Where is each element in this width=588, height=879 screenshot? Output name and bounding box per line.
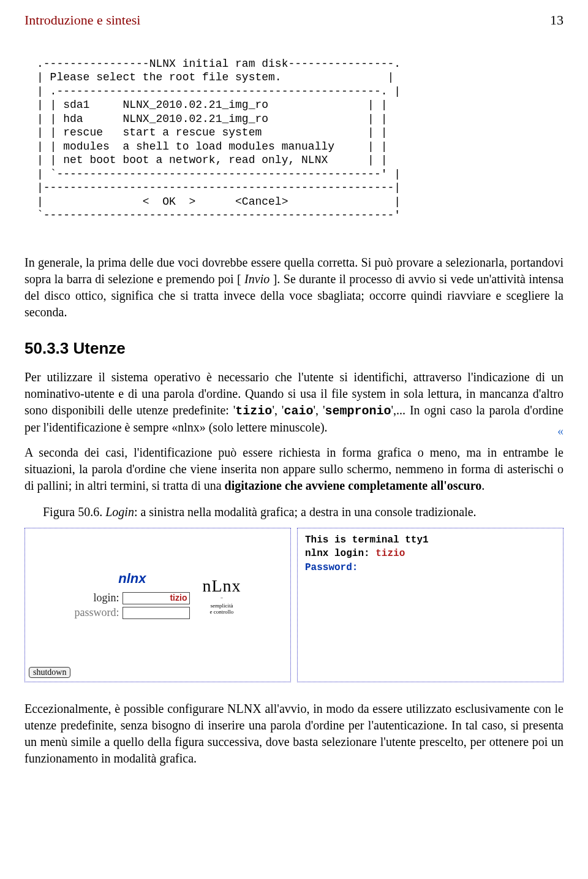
paragraph-3: A seconda dei casi, l'identificazione pu… (24, 444, 564, 494)
paragraph-1: In generale, la prima delle due voci dov… (24, 254, 564, 321)
login-figure-row: nlnx login: tizio password: nLnx ¨ (24, 528, 564, 682)
terminal-line: | | modules a shell to load modules manu… (37, 140, 388, 153)
chapter-title: Introduzione e sintesi (24, 12, 140, 28)
terminal-line: | | net boot boot a network, read only, … (37, 154, 388, 166)
margin-marker: « (557, 424, 564, 438)
login-center: nlnx login: tizio password: nLnx ¨ (25, 528, 290, 663)
nlnx-logo: nLnx ¨ semplicità e controllo (202, 576, 241, 615)
terminal-line: |---------------------------------------… (37, 181, 401, 194)
terminal-line: `---------------------------------------… (37, 209, 401, 221)
text: ', ' (272, 403, 284, 417)
text: ', ' (313, 403, 325, 417)
section-heading: 50.3.3 Utenze (24, 339, 564, 358)
console-line: This is terminal tty1 (305, 533, 556, 547)
terminal-line: | .-------------------------------------… (37, 85, 401, 97)
terminal-line: | | rescue start a rescue system | | (37, 126, 388, 139)
terminal-line: | | hda NLNX_2010.02.21_img_ro | | (37, 113, 388, 125)
console-prompt: nlnx login: (305, 548, 375, 559)
console-line: nlnx login: tizio (305, 547, 556, 560)
terminal-line: | Please select the root file system. | (37, 71, 394, 83)
terminal-line: .----------------NLNX initial ram disk--… (37, 58, 401, 70)
key-invio: Invio (241, 272, 273, 286)
bold-text: digitazione che avviene completamente al… (225, 479, 482, 492)
password-input[interactable] (123, 607, 190, 619)
figure-caption: Figura 50.6. Login: a sinistra nella mod… (43, 505, 564, 519)
login-panel-graphical: nlnx login: tizio password: nLnx ¨ (24, 528, 291, 682)
italic-login: Login (105, 505, 134, 519)
console-password-prompt: Password: (305, 561, 556, 574)
password-label: password: (74, 606, 119, 619)
paragraph-4: Eccezionalmente, è possible configurare … (24, 701, 564, 767)
terminal-dialog: .----------------NLNX initial ram disk--… (37, 43, 564, 236)
logo-text: nLnx (202, 576, 241, 596)
console-user: tizio (375, 548, 405, 559)
page-header: Introduzione e sintesi 13 (24, 12, 564, 28)
paragraph-2: Per utilizzare il sistema operativo è ne… (24, 369, 564, 436)
page-number: 13 (550, 12, 564, 28)
text: . (481, 479, 484, 492)
terminal-line: | `-------------------------------------… (37, 168, 401, 180)
text: Figura 50.6. (43, 505, 105, 519)
login-label: login: (93, 592, 119, 604)
code-tizio: tizio (235, 404, 272, 418)
login-panel-console: This is terminal tty1 nlnx login: tizio … (297, 528, 564, 682)
code-sempronio: sempronio (325, 404, 391, 418)
logo-sub2: e controllo (202, 609, 241, 615)
text: : a sinistra nella modalità grafica; a d… (134, 505, 477, 519)
nlnx-brand: nlnx (74, 571, 190, 587)
code-caio: caio (284, 404, 313, 418)
terminal-line: | < OK > <Cancel> | (37, 196, 401, 208)
terminal-line: | | sda1 NLNX_2010.02.21_img_ro | | (37, 99, 388, 111)
login-input[interactable]: tizio (123, 592, 190, 604)
shutdown-button[interactable]: shutdown (29, 667, 70, 678)
